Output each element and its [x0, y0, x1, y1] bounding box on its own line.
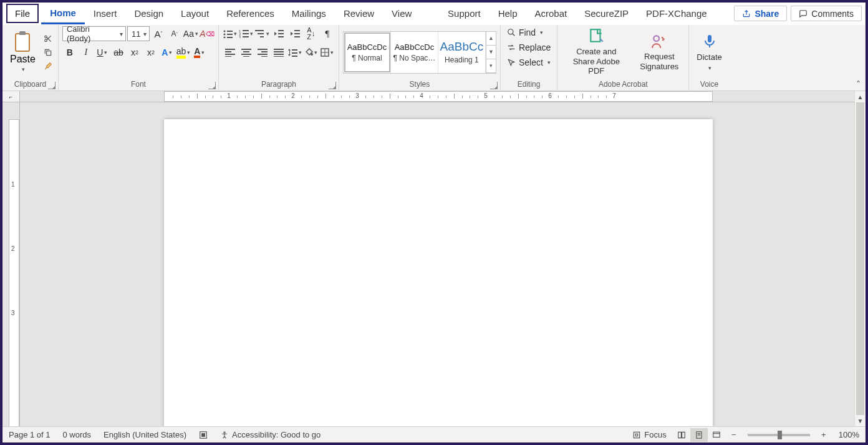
tab-design[interactable]: Design [125, 2, 172, 24]
shading-button[interactable]: ▾ [304, 45, 319, 60]
multilevel-button[interactable]: ▾ [255, 26, 270, 41]
cut-button[interactable] [42, 32, 54, 45]
svg-rect-6 [227, 34, 233, 35]
increase-indent-button[interactable] [287, 26, 302, 41]
style-heading1[interactable]: AaBbCc Heading 1 [438, 32, 486, 73]
collapse-ribbon-button[interactable]: ˄ [856, 79, 861, 89]
svg-rect-4 [227, 31, 233, 32]
font-dialog-launcher[interactable] [208, 82, 216, 89]
justify-button[interactable] [271, 45, 286, 60]
style-normal[interactable]: AaBbCcDc ¶ Normal [344, 32, 391, 73]
dictate-button[interactable]: Dictate ▾ [693, 31, 725, 72]
copy-button[interactable] [42, 46, 54, 59]
font-color-button[interactable]: A▾ [192, 45, 207, 60]
style-scroll-up[interactable]: ▲ [486, 32, 496, 46]
read-mode-button[interactable] [673, 428, 690, 442]
document-page[interactable] [164, 119, 713, 426]
clear-formatting-button[interactable]: A⌫ [200, 26, 215, 41]
tab-file[interactable]: File [6, 4, 39, 23]
highlight-button[interactable]: ab▾ [176, 45, 191, 60]
status-macro[interactable] [193, 431, 214, 439]
font-size-combo[interactable]: 11 [127, 26, 150, 41]
shrink-font-button[interactable]: Aˇ [167, 26, 182, 41]
zoom-out-button[interactable]: − [725, 428, 743, 442]
vertical-scrollbar[interactable]: ▲ ▼ [854, 91, 866, 426]
tab-home[interactable]: Home [41, 2, 85, 24]
print-layout-button[interactable] [690, 428, 708, 442]
bold-button[interactable]: B [62, 45, 77, 60]
clipboard-dialog-launcher[interactable] [48, 82, 55, 89]
change-case-button[interactable]: Aa▾ [183, 26, 198, 41]
subscript-button[interactable]: x2 [127, 45, 142, 60]
font-name-combo[interactable]: Calibri (Body) [62, 26, 126, 41]
status-language[interactable]: English (United States) [97, 430, 193, 439]
tab-review[interactable]: Review [335, 2, 383, 24]
chevron-down-icon: ▾ [22, 66, 25, 72]
tab-pdfxchange[interactable]: PDF-XChange [637, 2, 716, 24]
underline-button[interactable]: U▾ [95, 45, 110, 60]
tab-layout[interactable]: Layout [172, 2, 218, 24]
style-scroll-down[interactable]: ▼ [486, 46, 496, 59]
group-voice: Dictate ▾ Voice [689, 25, 729, 90]
status-words[interactable]: 0 words [57, 430, 98, 439]
create-share-pdf-button[interactable]: Create and Share Adobe PDF [561, 27, 631, 77]
style-no-spacing[interactable]: AaBbCcDc ¶ No Spac… [391, 32, 438, 73]
svg-point-0 [45, 36, 47, 38]
tab-references[interactable]: References [218, 2, 283, 24]
show-marks-button[interactable]: ¶ [320, 26, 335, 41]
italic-button[interactable]: I [79, 45, 94, 60]
align-left-button[interactable] [223, 45, 238, 60]
request-signatures-button[interactable]: Request Signatures [634, 32, 685, 72]
borders-button[interactable]: ▾ [320, 45, 335, 60]
status-page[interactable]: Page 1 of 1 [2, 430, 57, 439]
comments-button[interactable]: Comments [791, 6, 862, 21]
numbering-button[interactable]: 123▾ [239, 26, 254, 41]
tab-support[interactable]: Support [439, 2, 489, 24]
format-painter-button[interactable] [42, 60, 54, 72]
tab-mailings[interactable]: Mailings [283, 2, 335, 24]
tab-help[interactable]: Help [489, 2, 526, 24]
grow-font-button[interactable]: Aˆ [151, 26, 166, 41]
svg-point-1 [45, 39, 47, 41]
align-right-button[interactable] [255, 45, 270, 60]
find-button[interactable]: Find▾ [504, 26, 546, 39]
scroll-up-button[interactable]: ▲ [855, 91, 866, 102]
accessibility-icon [220, 431, 229, 439]
web-layout-button[interactable] [708, 428, 725, 442]
tab-securezip[interactable]: SecureZIP [576, 2, 637, 24]
focus-mode-button[interactable]: Focus [626, 430, 672, 439]
vertical-ruler[interactable]: 123 [9, 102, 20, 426]
tab-insert[interactable]: Insert [85, 2, 126, 24]
superscript-button[interactable]: x2 [143, 45, 158, 60]
status-accessibility[interactable]: Accessibility: Good to go [214, 430, 327, 439]
select-button[interactable]: Select▾ [504, 56, 553, 69]
paste-button[interactable]: Paste ▾ [6, 31, 39, 74]
scroll-thumb[interactable] [856, 102, 864, 415]
tab-view[interactable]: View [383, 2, 420, 24]
line-spacing-button[interactable]: ▾ [287, 45, 302, 60]
svg-rect-53 [202, 433, 205, 436]
replace-button[interactable]: Replace [504, 41, 553, 54]
paintbrush-icon [44, 62, 52, 71]
zoom-level[interactable]: 100% [832, 430, 866, 439]
style-expand[interactable]: ▾ [486, 59, 496, 73]
sort-button[interactable]: AZ↓ [304, 26, 319, 41]
bullets-button[interactable]: ▾ [223, 26, 238, 41]
align-center-button[interactable] [239, 45, 254, 60]
ruler-corner[interactable]: ⌐ [2, 91, 20, 102]
styles-dialog-launcher[interactable] [490, 82, 498, 89]
zoom-slider-knob[interactable] [778, 431, 782, 439]
share-button[interactable]: Share [734, 6, 787, 21]
svg-rect-19 [278, 33, 284, 34]
text-effects-button[interactable]: A▾ [160, 45, 175, 60]
paragraph-dialog-launcher[interactable] [329, 82, 336, 89]
tab-acrobat[interactable]: Acrobat [526, 2, 576, 24]
line-spacing-icon [287, 48, 297, 57]
zoom-slider[interactable] [748, 434, 810, 436]
svg-rect-24 [225, 49, 235, 50]
scroll-down-button[interactable]: ▼ [855, 415, 866, 426]
horizontal-ruler[interactable]: 1234567 [20, 91, 854, 102]
strikethrough-button[interactable]: ab [111, 45, 126, 60]
zoom-in-button[interactable]: + [815, 428, 832, 442]
decrease-indent-button[interactable] [271, 26, 286, 41]
